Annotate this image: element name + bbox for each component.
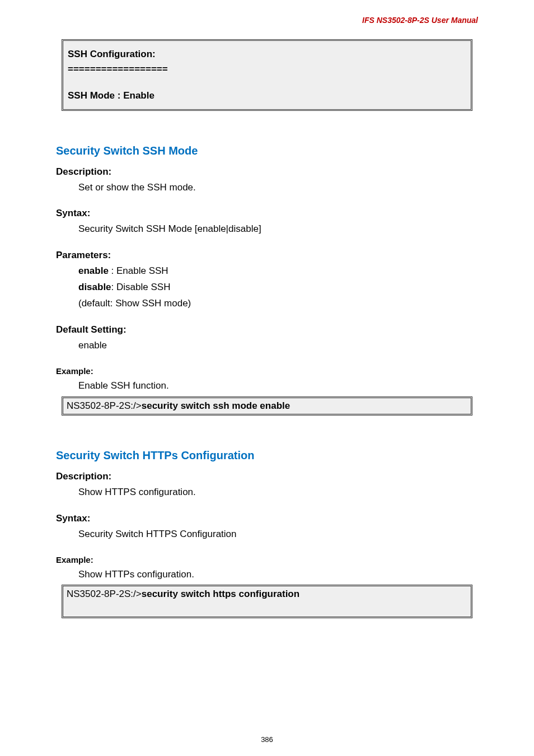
param-default-text: (default: Show SSH mode) — [78, 296, 478, 312]
parameters-block: enable : Enable SSH disable: Disable SSH… — [78, 263, 478, 312]
default-setting-text: enable — [78, 338, 478, 354]
description-text: Show HTTPS configuration. — [78, 484, 478, 501]
example-text: Enable SSH function. — [78, 378, 478, 394]
section-ssh-mode-title: Security Switch SSH Mode — [56, 144, 478, 157]
description-text: Set or show the SSH mode. — [78, 180, 478, 196]
example-text: Show HTTPs configuration. — [78, 567, 478, 583]
ssh-config-line3: SSH Mode : Enable — [68, 88, 466, 103]
section-https-config-title: Security Switch HTTPs Configuration — [56, 449, 478, 462]
param-enable-text: : Enable SSH — [109, 265, 168, 276]
example-label: Example: — [56, 555, 478, 564]
default-setting-label: Default Setting: — [56, 324, 478, 335]
param-enable-key: enable — [78, 265, 109, 276]
description-label: Description: — [56, 166, 478, 178]
example-command-box: NS3502-8P-2S:/>security switch ssh mode … — [62, 396, 472, 416]
example-command: security switch ssh mode enable — [142, 400, 290, 411]
page-number: 386 — [0, 735, 534, 744]
example-prompt: NS3502-8P-2S:/> — [67, 400, 142, 411]
syntax-label: Syntax: — [56, 208, 478, 219]
example-command-box: NS3502-8P-2S:/>security switch https con… — [62, 585, 472, 618]
header-product: IFS NS3502-8P-2S User Manual — [362, 16, 478, 25]
ssh-config-output-box: SSH Configuration: ================== SS… — [62, 39, 472, 111]
ssh-config-line2: ================== — [68, 62, 466, 77]
parameters-label: Parameters: — [56, 250, 478, 261]
syntax-label: Syntax: — [56, 513, 478, 524]
example-command: security switch https configuration — [142, 589, 299, 599]
description-label: Description: — [56, 471, 478, 482]
syntax-text: Security Switch HTTPS Configuration — [78, 526, 478, 543]
param-disable-key: disable — [78, 282, 111, 292]
example-label: Example: — [56, 366, 478, 376]
syntax-text: Security Switch SSH Mode [enable|disable… — [78, 221, 478, 237]
param-disable-text: : Disable SSH — [111, 282, 171, 292]
example-prompt: NS3502-8P-2S:/> — [67, 589, 142, 599]
ssh-config-line1: SSH Configuration: — [68, 46, 466, 62]
